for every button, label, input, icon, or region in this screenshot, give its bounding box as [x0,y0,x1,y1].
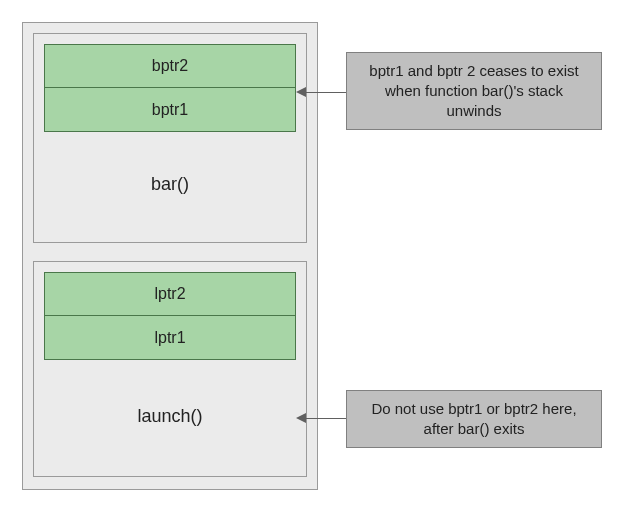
variable-label: lptr2 [154,285,185,303]
variable-label: bptr1 [152,101,188,119]
arrow-head-icon [296,413,306,423]
arrow-line [306,92,346,93]
note-text: bptr1 and bptr 2 ceases to exist when fu… [359,61,589,122]
frame-label-bar: bar() [34,174,306,195]
variable-label: lptr1 [154,329,185,347]
frame-label-launch: launch() [34,406,306,427]
variable-label: bptr2 [152,57,188,75]
note-text: Do not use bptr1 or bptr2 here, after ba… [359,399,589,440]
variable-bptr2: bptr2 [44,44,296,88]
annotation-note-1: bptr1 and bptr 2 ceases to exist when fu… [346,52,602,130]
variable-bptr1: bptr1 [44,88,296,132]
variable-lptr2: lptr2 [44,272,296,316]
annotation-note-2: Do not use bptr1 or bptr2 here, after ba… [346,390,602,448]
arrow-line [306,418,346,419]
variable-lptr1: lptr1 [44,316,296,360]
stack-frame-bar: bptr2 bptr1 bar() [33,33,307,243]
arrow-head-icon [296,87,306,97]
stack-container: bptr2 bptr1 bar() lptr2 lptr1 launch() [22,22,318,490]
stack-frame-launch: lptr2 lptr1 launch() [33,261,307,477]
